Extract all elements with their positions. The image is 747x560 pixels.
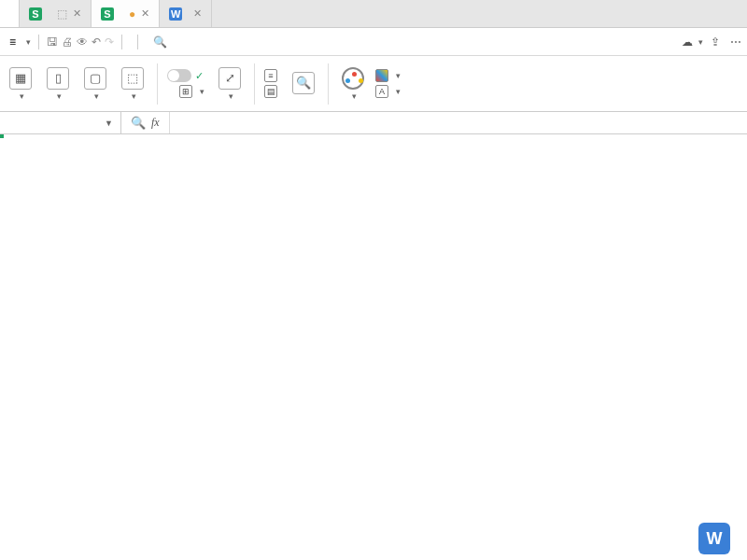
size-button[interactable]: ▢▾ bbox=[80, 67, 110, 101]
cloud-icon: ☁ bbox=[682, 35, 693, 49]
chevron-down-icon: ▾ bbox=[396, 71, 401, 80]
share-button[interactable]: ⇪ bbox=[711, 35, 723, 49]
search-icon: 🔍 bbox=[153, 35, 167, 49]
menu-bar: ≡ ▾ 🖫 🖨 👁 ↶ ↷ 🔍 ☁▾ ⇪ ⋯ bbox=[0, 28, 747, 56]
file-menu[interactable]: ▾ bbox=[23, 37, 31, 47]
close-icon[interactable]: ✕ bbox=[193, 7, 202, 20]
header-footer-icon: ▤ bbox=[264, 85, 277, 98]
spreadsheet-icon: S bbox=[101, 7, 114, 21]
color-icon bbox=[375, 69, 388, 82]
formula-bar: ▼ 🔍 fx bbox=[0, 112, 747, 134]
color-button[interactable]: ▾ bbox=[375, 69, 401, 82]
font-button[interactable]: A▾ bbox=[375, 85, 401, 98]
print-icon[interactable]: 🖨 bbox=[62, 35, 73, 49]
print-header-footer-button[interactable]: ▤ bbox=[264, 85, 281, 98]
formula-input[interactable] bbox=[169, 112, 747, 133]
search-box[interactable]: 🔍 bbox=[153, 35, 171, 49]
font-icon: A bbox=[375, 85, 388, 98]
tab-file1[interactable]: S ⬚ ✕ bbox=[20, 0, 92, 27]
share-icon: ⇪ bbox=[711, 35, 720, 49]
save-icon[interactable]: 🖫 bbox=[47, 35, 58, 49]
name-box[interactable]: ▼ bbox=[0, 112, 121, 133]
doc-icon: W bbox=[169, 7, 182, 21]
tab-file2[interactable]: S ● ✕ bbox=[92, 0, 160, 27]
chevron-down-icon: ▾ bbox=[132, 91, 136, 101]
theme-icon bbox=[342, 67, 364, 90]
chevron-down-icon: ▾ bbox=[396, 87, 401, 96]
chevron-down-icon: ▾ bbox=[200, 87, 204, 96]
print-area-button[interactable]: ⬚▾ bbox=[118, 67, 148, 101]
document-tabs: S ⬚ ✕ S ● ✕ W ✕ bbox=[0, 0, 747, 28]
goto-icon[interactable]: 🔍 bbox=[131, 116, 146, 130]
chevron-down-icon: ▾ bbox=[94, 91, 99, 101]
theme-button[interactable]: ▾ bbox=[338, 67, 368, 101]
insert-break-button[interactable]: ⊞▾ bbox=[179, 85, 204, 98]
print-titles-button[interactable]: ≡ bbox=[264, 69, 281, 82]
margins-button[interactable]: ▦▾ bbox=[6, 67, 35, 101]
orientation-button[interactable]: ▯▾ bbox=[43, 67, 73, 101]
spreadsheet-icon: S bbox=[29, 7, 42, 21]
show-break-toggle[interactable]: ✓ bbox=[167, 69, 207, 82]
chevron-down-icon: ▼ bbox=[105, 119, 113, 128]
orientation-icon: ▯ bbox=[47, 67, 69, 90]
undo-icon[interactable]: ↶ bbox=[92, 35, 101, 49]
tab-file3[interactable]: W ✕ bbox=[160, 0, 212, 27]
insert-break-icon: ⊞ bbox=[179, 85, 192, 98]
scaling-icon: ⤢ bbox=[218, 67, 241, 90]
chevron-down-icon: ▾ bbox=[20, 91, 24, 101]
pending-icon: ⬚ bbox=[57, 7, 67, 21]
margins-icon: ▦ bbox=[9, 67, 32, 90]
selection-border bbox=[0, 134, 4, 138]
titles-icon: ≡ bbox=[264, 69, 277, 82]
print-area-icon: ⬚ bbox=[121, 67, 144, 90]
print-preview-button[interactable]: 🔍 bbox=[289, 72, 318, 96]
close-icon[interactable]: ✕ bbox=[73, 7, 81, 20]
close-icon[interactable]: ✕ bbox=[141, 7, 149, 20]
print-scaling-button[interactable]: ⤢▾ bbox=[215, 67, 245, 101]
chevron-down-icon: ▾ bbox=[229, 91, 233, 101]
tab-home[interactable] bbox=[0, 0, 20, 27]
separator bbox=[254, 63, 255, 105]
separator bbox=[38, 35, 39, 49]
wps-logo-icon: W bbox=[698, 523, 730, 554]
separator bbox=[328, 63, 329, 105]
chevron-down-icon: ▾ bbox=[26, 37, 31, 47]
chevron-down-icon: ▾ bbox=[352, 91, 357, 101]
ribbon-toolbar: ▦▾ ▯▾ ▢▾ ⬚▾ ✓ ⊞▾ ⤢▾ ≡ ▤ 🔍 ▾ ▾ A▾ bbox=[0, 56, 747, 112]
unsaved-status[interactable]: ☁▾ bbox=[682, 35, 703, 49]
size-icon: ▢ bbox=[84, 67, 106, 90]
separator bbox=[137, 35, 138, 49]
hamburger-icon[interactable]: ≡ bbox=[6, 34, 20, 50]
preview-icon[interactable]: 👁 bbox=[77, 35, 88, 49]
separator bbox=[157, 63, 158, 105]
fx-icon[interactable]: fx bbox=[151, 116, 160, 130]
separator bbox=[121, 35, 122, 49]
toggle-icon bbox=[167, 69, 191, 82]
more-icon[interactable]: ⋯ bbox=[730, 35, 741, 49]
watermark: W bbox=[698, 523, 738, 554]
redo-icon[interactable]: ↷ bbox=[105, 35, 114, 49]
print-preview-icon: 🔍 bbox=[292, 72, 315, 94]
unsaved-dot-icon: ● bbox=[129, 7, 135, 21]
chevron-down-icon: ▾ bbox=[57, 91, 62, 101]
